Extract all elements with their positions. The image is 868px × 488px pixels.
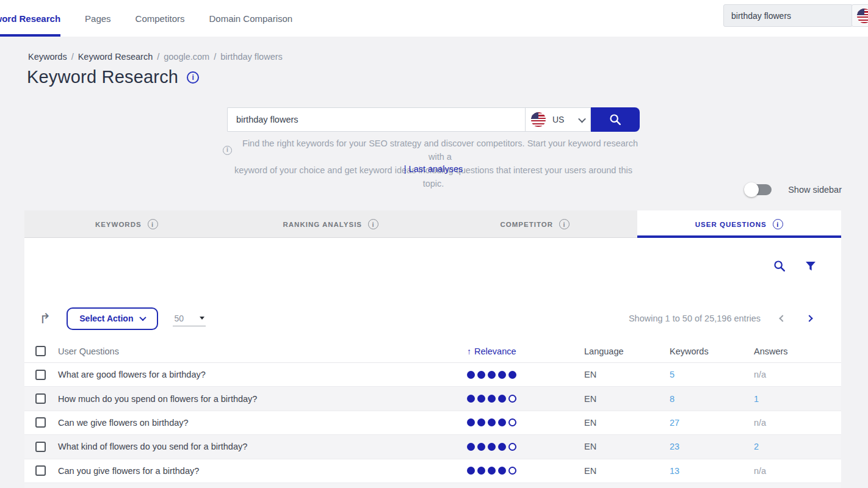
chevron-left-icon: [779, 315, 786, 321]
table-body: What are good flowers for a birthday?EN5…: [24, 363, 841, 488]
select-all-checkbox[interactable]: [35, 346, 46, 356]
last-analyses-link[interactable]: | Last analyses: [223, 164, 644, 174]
info-icon[interactable]: [368, 219, 378, 229]
table-filter-button[interactable]: [805, 260, 817, 272]
row-checkbox[interactable]: [35, 393, 46, 404]
header-answers: Answers: [754, 346, 841, 356]
question-text: What are good flowers for a birthday?: [58, 370, 467, 379]
select-all-cell: [35, 346, 58, 356]
relevance-dot-filled: [488, 443, 496, 451]
keyword-input[interactable]: [227, 107, 525, 132]
breadcrumb: Keywords / Keyword Research / google.com…: [28, 52, 283, 62]
relevance-dot-outline: [508, 395, 516, 403]
tab-label: USER QUESTIONS: [695, 221, 767, 228]
tab-label: RANKING ANALYSIS: [283, 221, 362, 228]
question-text: Can we give flowers on birthday?: [58, 418, 467, 428]
breadcrumb-separator: /: [214, 52, 216, 62]
tab-user-questions[interactable]: USER QUESTIONS: [637, 210, 842, 238]
relevance-rating: [467, 443, 584, 451]
country-code: US: [552, 115, 564, 124]
tab-label: COMPETITOR: [501, 221, 553, 228]
row-checkbox[interactable]: [35, 417, 46, 428]
select-action-label: Select Action: [79, 314, 133, 323]
row-checkbox[interactable]: [35, 370, 46, 380]
question-text: Can you give flowers for a birthday?: [58, 466, 467, 476]
relevance-dot-filled: [498, 418, 506, 426]
export-icon[interactable]: ↱: [39, 312, 51, 326]
question-text: How much do you spend on flowers for a b…: [58, 394, 467, 404]
keywords-count-link[interactable]: 27: [670, 418, 754, 428]
pagination: [769, 316, 823, 321]
relevance-dot-filled: [477, 467, 485, 475]
relevance-dot-filled: [467, 443, 475, 451]
next-page-button[interactable]: [796, 316, 823, 321]
header-relevance-sort[interactable]: ↑ Relevance: [467, 346, 584, 356]
nav-item-domain-comparison[interactable]: Domain Comparison: [209, 0, 292, 37]
show-sidebar-toggle[interactable]: [746, 184, 772, 195]
table-row: Can we give flowers on birthday?EN27n/a: [24, 411, 841, 435]
table-row: Can you give flowers for a birthday?EN13…: [24, 459, 841, 483]
toggle-knob: [744, 182, 759, 197]
search-description: Find the right keywords for your SEO str…: [223, 137, 644, 190]
page-size-select[interactable]: 50: [173, 311, 206, 326]
tab-label: KEYWORDS: [95, 221, 142, 228]
checkbox-cell: [35, 442, 58, 452]
tab-ranking-analysis[interactable]: RANKING ANALYSIS: [229, 210, 433, 238]
row-checkbox[interactable]: [35, 465, 46, 476]
global-search-input[interactable]: [723, 4, 853, 27]
title-info-icon[interactable]: [187, 71, 199, 84]
showing-entries-text: Showing 1 to 50 of 25,196 entries: [629, 314, 761, 323]
top-navigation: Keyword Research Pages Competitors Domai…: [0, 0, 868, 37]
search-button[interactable]: [591, 107, 640, 132]
search-icon: [773, 259, 786, 273]
language-value: EN: [584, 442, 670, 451]
table-search-button[interactable]: [773, 259, 786, 273]
table-tools: [773, 259, 817, 273]
breadcrumb-keywords[interactable]: Keywords: [28, 52, 67, 62]
previous-page-button[interactable]: [769, 316, 796, 321]
keywords-count-link[interactable]: 13: [670, 466, 754, 476]
header-user-questions: User Questions: [58, 346, 467, 356]
table-row: What kind of flowers do you send for a b…: [24, 435, 841, 459]
country-dropdown[interactable]: US: [525, 107, 591, 132]
table-header: User Questions ↑ Relevance Language Keyw…: [24, 340, 841, 363]
table-row: How much do you spend on flowers for a b…: [24, 387, 841, 411]
relevance-dot-filled: [477, 371, 485, 379]
row-checkbox[interactable]: [35, 442, 46, 452]
select-action-button[interactable]: Select Action: [67, 307, 158, 330]
info-icon[interactable]: [773, 219, 783, 229]
nav-item-pages[interactable]: Pages: [85, 0, 111, 37]
relevance-dot-filled: [467, 467, 475, 475]
answers-count-link[interactable]: 1: [754, 394, 841, 404]
keywords-count-link[interactable]: 23: [670, 442, 754, 451]
nav-item-competitors[interactable]: Competitors: [136, 0, 185, 37]
relevance-dot-filled: [488, 395, 496, 403]
show-sidebar-label: Show sidebar: [788, 185, 842, 195]
answers-count-link[interactable]: 2: [754, 442, 841, 451]
keywords-count-link[interactable]: 5: [670, 370, 754, 379]
keywords-count-link[interactable]: 8: [670, 394, 754, 404]
header-keywords: Keywords: [670, 346, 754, 356]
checkbox-cell: [35, 465, 58, 476]
breadcrumb-domain[interactable]: google.com: [164, 52, 209, 62]
page: Keyword Research Pages Competitors Domai…: [0, 0, 868, 488]
info-icon[interactable]: [148, 219, 158, 229]
chevron-down-icon: [578, 115, 586, 123]
info-icon[interactable]: [559, 219, 570, 229]
relevance-dot-filled: [467, 395, 475, 403]
page-size-value: 50: [174, 314, 184, 323]
page-title: Keyword Research: [27, 67, 178, 87]
language-value: EN: [584, 466, 670, 476]
global-country-selector[interactable]: [852, 4, 868, 27]
nav-item-keyword-research[interactable]: Keyword Research: [0, 0, 60, 37]
chevron-right-icon: [806, 315, 812, 321]
tab-competitor[interactable]: COMPETITOR: [433, 210, 637, 238]
relevance-dot-filled: [488, 418, 496, 426]
chevron-down-icon: [140, 314, 146, 321]
breadcrumb-separator: /: [157, 52, 159, 62]
breadcrumb-keyword-research[interactable]: Keyword Research: [78, 52, 153, 62]
relevance-dot-filled: [498, 467, 506, 475]
page-title-row: Keyword Research: [27, 67, 199, 87]
checkbox-cell: [35, 417, 58, 428]
tab-keywords[interactable]: KEYWORDS: [24, 210, 229, 238]
